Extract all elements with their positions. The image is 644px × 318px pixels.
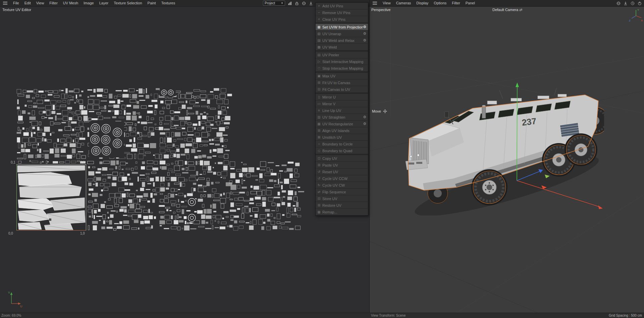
menu-item-boundary-to-quad[interactable]: ◇Boundary to Quad [316, 147, 368, 154]
menu-item-remap[interactable]: ▦Remap... [316, 209, 368, 215]
uv-canvas[interactable] [0, 7, 369, 313]
menu-textures[interactable]: Textures [159, 0, 178, 6]
y-axis-label: Y [637, 8, 639, 11]
menu-item-restore-uv[interactable]: ⊞Restore UV [316, 202, 368, 209]
uv-coord-label: 0,0 [8, 232, 13, 235]
download-arrow-icon[interactable] [623, 1, 628, 6]
download-arrow-icon[interactable] [308, 1, 314, 6]
menu-item-paste-uv[interactable]: ⊞Paste UV [316, 162, 368, 169]
sphere-icon[interactable] [615, 1, 621, 6]
uv-coord-label: 0,1 [11, 161, 15, 164]
menu-item-label: UV Weld [322, 45, 337, 49]
uv-commands-menu: +Add UV Pins−Remove UV Pins×Clear UV Pin… [315, 2, 368, 216]
menu-item-label: Mirror U [322, 95, 336, 99]
gear-icon[interactable]: ⚙ [363, 38, 368, 43]
menu-item-line-up-uv[interactable]: ≡Line Up UV [316, 107, 368, 114]
menu-item-unstitch-uv[interactable]: ⊠Unstitch UV [316, 134, 368, 141]
unstitch-icon: ⊠ [316, 135, 322, 139]
texture-uv-editor-panel[interactable]: Texture UV Editor 0,1 1,1 0,0 1,0 V U [0, 7, 369, 313]
gear-icon[interactable]: ⚙ [363, 25, 368, 29]
menu-item-start-interactive-mapping[interactable]: ▷Start Interactive Mapping [316, 58, 368, 65]
menu-item-uv-peeler[interactable]: ▤UV Peeler [316, 52, 368, 58]
menu-image[interactable]: Image [81, 0, 97, 6]
history-icon[interactable] [630, 1, 635, 6]
3d-viewport[interactable]: Perspective Default Camera ⇄ Move [369, 7, 644, 313]
u-axis-label: U [20, 305, 22, 308]
menu-item-label: Restore UV [322, 203, 341, 207]
menu-item-stop-interactive-mapping[interactable]: □Stop Interactive Mapping [316, 65, 368, 72]
viewport-menus: ViewCamerasDisplayOptionsFilterPanel [380, 0, 478, 6]
v-axis-label: V [8, 291, 10, 294]
x-axis-label: X [641, 19, 643, 22]
menu-item-remove-uv-pins[interactable]: −Remove UV Pins [316, 9, 368, 16]
menu-uv-mesh[interactable]: UV Mesh [60, 0, 81, 6]
viewport-menu-view[interactable]: View [380, 0, 393, 6]
viewport-menu-panel[interactable]: Panel [463, 0, 478, 6]
menu-item-clear-uv-pins[interactable]: ×Clear UV Pins [316, 16, 368, 23]
hamburger-icon[interactable] [373, 2, 377, 5]
menu-filter[interactable]: Filter [47, 0, 60, 6]
menu-item-label: Store UV [322, 197, 337, 201]
viewport-menu-filter[interactable]: Filter [449, 0, 463, 6]
menu-item-reset-uv[interactable]: ↺Reset UV [316, 169, 368, 175]
boundary-circle-icon: ○ [316, 142, 322, 146]
menu-item-label: UV Rectangularize [322, 122, 353, 126]
menu-layer[interactable]: Layer [97, 0, 111, 6]
move-gizmo[interactable] [370, 7, 644, 313]
viewport-menu-cameras[interactable]: Cameras [393, 0, 414, 6]
menu-item-label: Cycle UV CW [322, 183, 345, 187]
gear-icon[interactable]: ⚙ [363, 31, 368, 36]
menu-paint[interactable]: Paint [145, 0, 159, 6]
power-icon[interactable] [637, 1, 642, 6]
fit-canvas-uv-icon: ⊟ [316, 87, 322, 91]
menu-item-add-uv-pins[interactable]: +Add UV Pins [316, 3, 368, 9]
menu-item-boundary-to-circle[interactable]: ○Boundary to Circle [316, 141, 368, 147]
menu-item-label: UV Peeler [322, 53, 339, 57]
menu-item-flip-sequence[interactable]: ⇄Flip Sequence [316, 189, 368, 195]
menu-file[interactable]: File [10, 0, 22, 6]
viewport-menu-display[interactable]: Display [414, 0, 431, 6]
camera-swap-icon[interactable]: ⇄ [519, 8, 522, 12]
menu-item-uv-rectangularize[interactable]: ▦UV Rectangularize⚙ [316, 121, 368, 127]
menu-item-mirror-u[interactable]: ▯Mirror U [316, 94, 368, 101]
menu-item-set-uvw-from-projection[interactable]: ▦Set UVW from Projection⚙ [316, 24, 368, 30]
menu-view[interactable]: View [34, 0, 47, 6]
camera-label[interactable]: Default Camera ⇄ [492, 8, 522, 12]
menu-item-label: Copy UV [322, 156, 337, 161]
menu-texture-selection[interactable]: Texture Selection [111, 0, 145, 6]
world-axis-indicator: Y X Z [629, 8, 644, 22]
menu-item-label: Boundary to Circle [322, 142, 353, 146]
menu-item-label: Fit Canvas to UV [322, 87, 350, 91]
menu-item-store-uv[interactable]: ⊟Store UV [316, 195, 368, 202]
menu-edit[interactable]: Edit [22, 0, 34, 6]
uv-coord-label: 1,1 [80, 161, 85, 164]
menu-item-cycle-uv-cw[interactable]: ↻Cycle UV CW [316, 182, 368, 189]
menu-item-mirror-v[interactable]: ▭Mirror V [316, 101, 368, 107]
straighten-icon: ▥ [316, 115, 322, 119]
menu-item-fit-uv-to-canvas[interactable]: ⊞Fit UV to Canvas [316, 79, 368, 86]
menu-item-cycle-uv-ccw[interactable]: ↺Cycle UV CCW [316, 175, 368, 182]
project-dropdown[interactable]: Project ▼ [263, 1, 285, 6]
viewport-menu-options[interactable]: Options [431, 0, 449, 6]
align-islands-icon: ⊞ [316, 129, 322, 132]
menu-item-uv-straighten[interactable]: ▥UV Straighten⚙ [316, 114, 368, 121]
hamburger-icon[interactable] [3, 2, 7, 5]
menu-item-align-uv-islands[interactable]: ⊞Align UV Islands [316, 127, 368, 134]
menu-item-uv-weld-and-relax[interactable]: ▨UV Weld and Relax⚙ [316, 37, 368, 44]
sphere-icon[interactable] [301, 1, 307, 6]
histogram-icon[interactable] [287, 1, 292, 6]
menu-item-uv-weld[interactable]: ▩UV Weld [316, 44, 368, 51]
gear-icon[interactable]: ⚙ [363, 115, 368, 119]
menu-item-copy-uv[interactable]: ⊡Copy UV [316, 155, 368, 162]
gear-icon[interactable]: ⚙ [363, 122, 368, 126]
menu-item-uv-unwrap[interactable]: ▧UV Unwrap⚙ [316, 30, 368, 37]
menu-item-max-uv[interactable]: ▣Max UV [316, 73, 368, 79]
menu-item-fit-canvas-to-uv[interactable]: ⊟Fit Canvas to UV [316, 86, 368, 93]
view-mode-label[interactable]: Perspective [371, 8, 390, 12]
chevron-down-icon: ▼ [281, 2, 283, 5]
uv-axis-indicator: V U [7, 289, 27, 308]
weld-relax-icon: ▨ [316, 39, 322, 42]
status-bar: Zoom: 69.0% View Transform: Scene Grid S… [0, 313, 644, 318]
lock-icon[interactable] [294, 1, 300, 6]
menu-item-label: Fit UV to Canvas [322, 81, 350, 85]
